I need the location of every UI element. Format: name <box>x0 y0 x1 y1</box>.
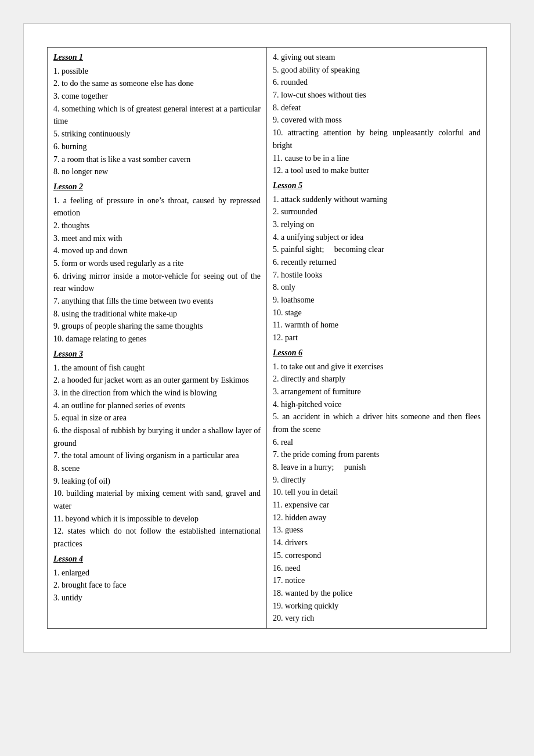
r6-item-19: 19. working quickly <box>273 600 481 613</box>
r5-item-10: 10. stage <box>273 307 481 319</box>
r6-item-8: 8. leave in a hurry; punish <box>273 461 481 474</box>
l2-item-10: 10. damage relating to genes <box>53 333 261 345</box>
r1-item-10: 10. attracting attention by being unplea… <box>273 127 481 152</box>
l3-item-7: 7. the total amount of living organism i… <box>53 449 261 462</box>
r6-item-12: 12. hidden away <box>273 512 481 524</box>
l2-item-2: 2. thoughts <box>53 219 261 232</box>
l4-item-1: 1. enlarged <box>53 567 261 579</box>
l3-item-9: 9. leaking (of oil) <box>53 475 261 488</box>
r6-item-9: 9. directly <box>273 474 481 487</box>
r1-item-12: 12. a tool used to make butter <box>273 164 481 177</box>
r5-item-7: 7. hostile looks <box>273 269 481 282</box>
l2-item-4: 4. moved up and down <box>53 244 261 257</box>
l2-item-6: 6. driving mirror inside a motor-vehicle… <box>53 270 261 295</box>
l2-item-8: 8. using the traditional white make-up <box>53 308 261 321</box>
l2-item-5: 5. form or words used regularly as a rit… <box>53 257 261 270</box>
l3-item-1: 1. the amount of fish caught <box>53 362 261 375</box>
l3-item-12: 12. states which do not follow the estab… <box>53 525 261 550</box>
l1-item-2: 2. to do the same as someone else has do… <box>53 77 261 90</box>
right-column: 4. giving out steam 5. good ability of s… <box>267 48 486 628</box>
r1-item-5: 5. good ability of speaking <box>273 64 481 77</box>
l3-item-10: 10. building material by mixing cement w… <box>53 487 261 512</box>
l2-item-3: 3. meet and mix with <box>53 232 261 245</box>
page: Lesson 1 1. possible 2. to do the same a… <box>23 23 511 653</box>
two-column-layout: Lesson 1 1. possible 2. to do the same a… <box>48 48 486 628</box>
r5-item-5: 5. painful sight; becoming clear <box>273 243 481 256</box>
r5-item-12: 12. part <box>273 332 481 344</box>
r6-item-16: 16. need <box>273 562 481 575</box>
l2-item-7: 7. anything that fills the time between … <box>53 295 261 308</box>
lesson4-title: Lesson 4 <box>53 553 261 566</box>
l3-item-4: 4. an outline for planned series of even… <box>53 399 261 412</box>
r1-item-11: 11. cause to be in a line <box>273 152 481 165</box>
lesson5-title: Lesson 5 <box>273 179 481 192</box>
l1-item-8: 8. no longer new <box>53 165 261 178</box>
l3-item-3: 3. in the direction from which the wind … <box>53 387 261 399</box>
r1-item-9: 9. covered with moss <box>273 114 481 127</box>
r6-item-20: 20. very rich <box>273 612 481 625</box>
r6-item-15: 15. correspond <box>273 549 481 562</box>
r5-item-2: 2. surrounded <box>273 206 481 218</box>
r6-item-4: 4. high-pitched voice <box>273 398 481 411</box>
r1-item-6: 6. rounded <box>273 76 481 89</box>
r5-item-3: 3. relying on <box>273 218 481 231</box>
r6-item-3: 3. arrangement of furniture <box>273 386 481 398</box>
l1-item-5: 5. striking continuously <box>53 128 261 141</box>
r6-item-7: 7. the pride coming from parents <box>273 448 481 461</box>
l3-item-2: 2. a hooded fur jacket worn as an outer … <box>53 374 261 387</box>
r5-item-6: 6. recently returned <box>273 256 481 269</box>
content-table: Lesson 1 1. possible 2. to do the same a… <box>47 47 487 629</box>
lesson3-title: Lesson 3 <box>53 348 261 361</box>
l4-item-2: 2. brought face to face <box>53 579 261 592</box>
l4-item-3: 3. untidy <box>53 592 261 604</box>
l3-item-8: 8. scene <box>53 462 261 475</box>
r5-item-9: 9. loathsome <box>273 294 481 307</box>
l3-item-6: 6. the disposal of rubbish by burying it… <box>53 424 261 449</box>
l2-item-9: 9. groups of people sharing the same tho… <box>53 320 261 333</box>
r6-item-5: 5. an accident in which a driver hits so… <box>273 411 481 435</box>
r1-item-4: 4. giving out steam <box>273 51 481 64</box>
r5-item-11: 11. warmth of home <box>273 319 481 332</box>
r6-item-1: 1. to take out and give it exercises <box>273 361 481 373</box>
r6-item-18: 18. wanted by the police <box>273 587 481 600</box>
r6-item-11: 11. expensive car <box>273 499 481 512</box>
lesson2-title: Lesson 2 <box>53 181 261 193</box>
r6-item-13: 13. guess <box>273 524 481 537</box>
r1-item-8: 8. defeat <box>273 102 481 114</box>
r5-item-1: 1. attack suddenly without warning <box>273 193 481 206</box>
r5-item-4: 4. a unifying subject or idea <box>273 231 481 244</box>
r6-item-14: 14. drivers <box>273 537 481 549</box>
lesson1-title: Lesson 1 <box>53 51 261 64</box>
l3-item-5: 5. equal in size or area <box>53 412 261 424</box>
r6-item-10: 10. tell you in detail <box>273 486 481 499</box>
lesson6-title: Lesson 6 <box>273 347 481 359</box>
l1-item-3: 3. come together <box>53 90 261 103</box>
r5-item-8: 8. only <box>273 281 481 294</box>
r6-item-2: 2. directly and sharply <box>273 373 481 386</box>
l1-item-6: 6. burning <box>53 141 261 153</box>
l3-item-11: 11. beyond which it is impossible to dev… <box>53 513 261 525</box>
r6-item-17: 17. notice <box>273 574 481 587</box>
r1-item-7: 7. low-cut shoes without ties <box>273 89 481 102</box>
l1-item-7: 7. a room that is like a vast somber cav… <box>53 153 261 166</box>
r6-item-6: 6. real <box>273 436 481 449</box>
l1-item-4: 4. something which is of greatest genera… <box>53 103 261 128</box>
left-column: Lesson 1 1. possible 2. to do the same a… <box>48 48 267 628</box>
l1-item-1: 1. possible <box>53 65 261 78</box>
l2-item-1: 1. a feeling of pressure in one’s throat… <box>53 195 261 219</box>
